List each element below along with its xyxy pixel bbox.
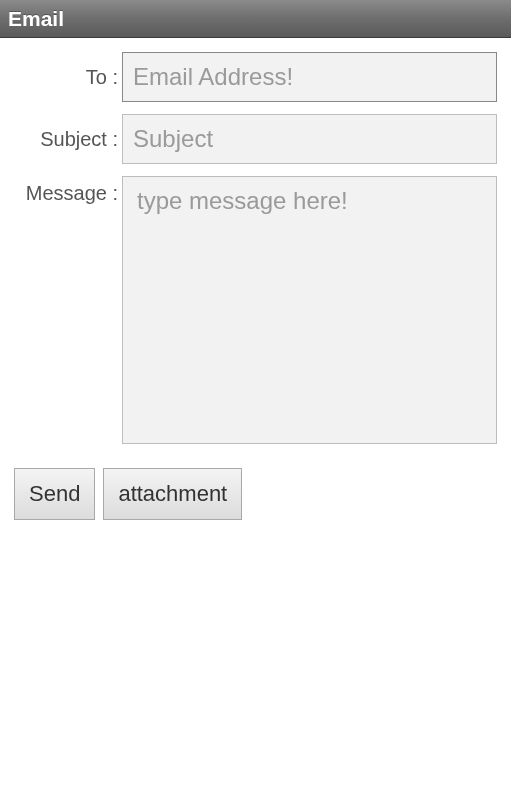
app-title: Email [8,7,64,31]
label-subject: Subject : [14,114,122,164]
row-to: To : [14,52,497,102]
message-textarea[interactable] [122,176,497,444]
label-message: Message : [14,176,122,210]
attachment-button[interactable]: attachment [103,468,242,520]
label-to: To : [14,52,122,102]
content-area: To : Subject : Message : Send attachment [0,38,511,800]
row-message: Message : [14,176,497,448]
field-message [122,176,497,448]
field-subject [122,114,497,164]
row-subject: Subject : [14,114,497,164]
title-bar: Email [0,0,511,38]
form-area: To : Subject : Message : [4,42,507,448]
button-row: Send attachment [4,460,507,520]
field-to [122,52,497,102]
send-button[interactable]: Send [14,468,95,520]
subject-input[interactable] [122,114,497,164]
to-input[interactable] [122,52,497,102]
